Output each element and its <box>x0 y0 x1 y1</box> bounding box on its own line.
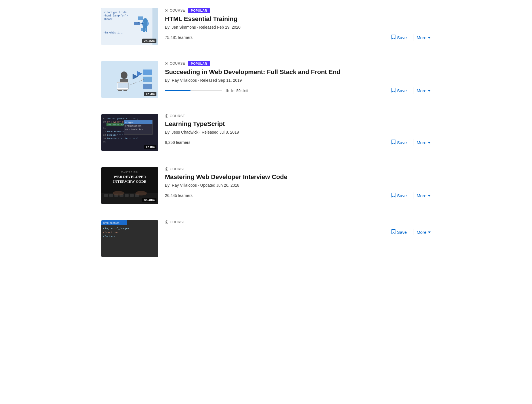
bookmark-icon <box>391 140 395 145</box>
action-divider <box>414 192 414 199</box>
course-info: COURSEPOPULARHTML Essential TrainingBy: … <box>165 8 431 42</box>
svg-rect-26 <box>143 84 152 89</box>
course-thumbnail[interactable]: MASTERING WEB DEVELOPER INTERVIEW CODE 8… <box>101 167 158 204</box>
chevron-down-icon <box>428 142 431 144</box>
course-title[interactable]: Mastering Web Developer Interview Code <box>165 173 431 181</box>
svg-rect-14 <box>146 28 147 32</box>
course-title[interactable]: Succeeding in Web Development: Full Stac… <box>165 68 431 76</box>
more-label: More <box>417 140 426 145</box>
svg-rect-24 <box>143 70 152 75</box>
svg-rect-55 <box>130 194 134 197</box>
course-author-row: By: Ray Villalobos · Released Sep 11, 20… <box>165 78 431 83</box>
course-type-label: COURSE <box>165 114 185 118</box>
course-thumbnail[interactable]: OPEN EDITORS <img src="_images </section… <box>101 220 158 257</box>
svg-rect-6 <box>138 16 143 20</box>
svg-text:INTERVIEW CODE: INTERVIEW CODE <box>113 179 146 184</box>
svg-text:<html lang="en">: <html lang="en"> <box>104 14 128 17</box>
course-meta-row: COURSE <box>165 167 431 171</box>
more-button[interactable]: More <box>417 228 431 236</box>
more-label: More <box>417 35 426 40</box>
svg-point-58 <box>135 191 147 195</box>
progress-row: 1h 1m 59s left <box>165 89 248 93</box>
course-actions: SaveMore <box>391 86 431 95</box>
more-button[interactable]: More <box>417 138 431 147</box>
svg-text:15: 15 <box>103 140 106 143</box>
action-divider <box>414 229 414 235</box>
save-button[interactable]: Save <box>391 86 411 95</box>
save-label: Save <box>397 35 407 40</box>
svg-text:10: 10 <box>103 121 106 123</box>
svg-text:origin: origin <box>125 121 133 124</box>
svg-point-57 <box>113 191 124 195</box>
more-button[interactable]: More <box>417 87 431 95</box>
popular-badge: POPULAR <box>188 8 210 13</box>
bookmark-icon <box>391 229 395 235</box>
course-info: COURSEMastering Web Developer Interview … <box>165 167 431 200</box>
svg-text:13: 13 <box>103 134 106 136</box>
course-bottom-row: 1h 1m 59s leftSaveMore <box>165 86 431 95</box>
svg-text:Computer = '': Computer = '' <box>107 134 125 136</box>
course-meta-row: COURSE <box>165 114 431 118</box>
course-left-stats: 1h 1m 59s left <box>165 89 248 93</box>
save-button[interactable]: Save <box>391 191 411 200</box>
course-actions: SaveMore <box>391 33 431 42</box>
course-left-stats: 8,256 learners <box>165 140 190 145</box>
svg-rect-25 <box>143 77 152 82</box>
chevron-down-icon <box>428 232 431 233</box>
course-type-text: COURSE <box>170 9 185 12</box>
svg-text:Furniture = 'furniture': Furniture = 'furniture' <box>107 137 138 140</box>
duration-badge: 2h 45m <box>142 39 156 43</box>
save-button[interactable]: Save <box>391 33 411 42</box>
course-thumbnail[interactable]: 1h 3m <box>101 61 158 98</box>
action-divider <box>414 87 414 94</box>
course-meta-row: COURSEPOPULAR <box>165 8 431 13</box>
svg-text:<footer>: <footer> <box>103 235 115 238</box>
play-icon <box>165 114 168 118</box>
svg-text:originalCost: originalCost <box>125 125 142 127</box>
svg-text:<img src="_images: <img src="_images <box>103 227 129 230</box>
course-type-label: COURSE <box>165 167 185 171</box>
learners-count: 26,445 learners <box>165 193 192 198</box>
course-actions: SaveMore <box>391 228 431 237</box>
more-label: More <box>417 230 426 235</box>
svg-text:<h3>This i...: <h3>This i... <box>104 31 123 34</box>
chevron-down-icon <box>428 90 431 92</box>
progress-bar-container <box>165 90 222 91</box>
course-thumbnail[interactable]: <!doctype html> <html lang="en"> <head> … <box>101 8 158 45</box>
course-author-row: By: Jess Chadwick · Released Jul 8, 2019 <box>165 130 431 134</box>
svg-text:11: 11 <box>103 127 106 129</box>
more-button[interactable]: More <box>417 33 431 42</box>
learners-count: 8,256 learners <box>165 140 190 145</box>
course-info: COURSELearning TypeScriptBy: Jess Chadwi… <box>165 114 431 147</box>
svg-text:8: 8 <box>103 117 104 120</box>
svg-rect-21 <box>118 83 128 88</box>
play-icon <box>165 220 168 224</box>
save-button[interactable]: Save <box>391 228 411 237</box>
svg-text:MASTERING: MASTERING <box>121 171 138 173</box>
course-list: <!doctype html> <html lang="en"> <head> … <box>96 0 436 265</box>
course-type-label: COURSE <box>165 62 185 66</box>
course-thumbnail[interactable]: 8 let originalCost: Cost; 10 if (typeof … <box>101 114 158 151</box>
svg-text:</section>: </section> <box>103 231 118 234</box>
course-type-text: COURSE <box>170 114 185 118</box>
more-label: More <box>417 88 426 93</box>
course-title[interactable]: Learning TypeScript <box>165 120 431 128</box>
course-info: COURSESaveMore <box>165 220 431 237</box>
svg-text:<head>: <head> <box>104 18 113 21</box>
bookmark-icon <box>391 193 395 198</box>
course-title[interactable]: HTML Essential Training <box>165 15 431 23</box>
action-divider <box>414 34 414 41</box>
course-left-stats: 26,445 learners <box>165 193 192 198</box>
course-meta-row: COURSEPOPULAR <box>165 61 431 66</box>
save-label: Save <box>397 230 407 235</box>
course-type-text: COURSE <box>170 167 185 171</box>
course-bottom-row: SaveMore <box>165 228 431 237</box>
more-button[interactable]: More <box>417 192 431 200</box>
more-label: More <box>417 193 426 198</box>
course-item: OPEN EDITORS <img src="_images </section… <box>101 212 431 265</box>
svg-rect-50 <box>104 194 108 197</box>
svg-rect-62 <box>101 220 158 257</box>
chevron-down-icon <box>428 195 431 197</box>
save-button[interactable]: Save <box>391 138 411 147</box>
duration-badge: 8h 40m <box>142 198 156 202</box>
